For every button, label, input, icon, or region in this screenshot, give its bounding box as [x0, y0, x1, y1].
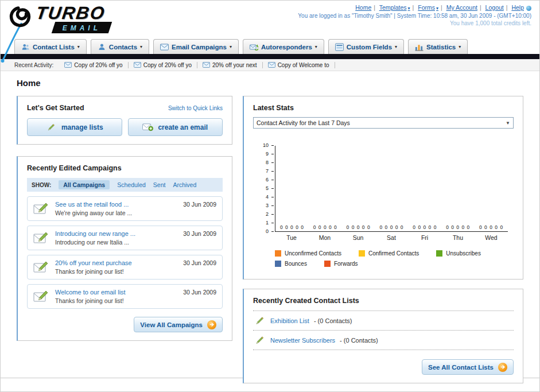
y-tick-label: 2	[266, 211, 269, 217]
filter-archived[interactable]: Archived	[173, 181, 196, 188]
chevron-down-icon: ▼	[506, 121, 510, 126]
see-all-contact-lists-button[interactable]: See All Contact Lists	[422, 359, 514, 375]
top-link-templates[interactable]: Templates▾	[379, 4, 410, 11]
x-tick-label: Sun	[341, 234, 375, 241]
y-tick-label: 10	[263, 142, 269, 148]
campaign-title-link[interactable]: See us at the retail food ...	[55, 201, 132, 208]
campaign-row[interactable]: Welcome to our email list Thanks for joi…	[27, 284, 223, 309]
logo: TURBO EMAIL	[7, 4, 110, 36]
x-tick-label: Sat	[375, 234, 408, 241]
campaign-title-link[interactable]: 20% off your next purchase	[55, 259, 132, 266]
y-tick-mark	[271, 188, 274, 189]
y-tick-label: 4	[266, 194, 269, 200]
recent-activity-item[interactable]: Copy of 20% off yo	[59, 62, 128, 68]
chart-value-labels: 0 0 0 0 0	[309, 224, 342, 230]
logo-subtitle-bar: EMAIL	[52, 22, 112, 33]
latest-stats-title: Latest Stats	[253, 104, 294, 112]
legend-item: Unconfirmed Contacts	[275, 250, 341, 257]
y-tick-mark	[271, 205, 274, 206]
manage-lists-button[interactable]: manage lists	[27, 118, 122, 136]
top-link-my-account[interactable]: My Account	[446, 4, 477, 11]
contact-activity-chart: 012345678910 0 0 0 0 00 0 0 0 00 0 0 0 0…	[275, 146, 508, 241]
top-link-home[interactable]: Home	[355, 4, 371, 11]
campaign-row[interactable]: 20% off your next purchase Thanks for jo…	[27, 255, 223, 280]
campaign-date: 30 Jun 2009	[183, 230, 216, 237]
y-tick-label: 7	[266, 168, 269, 174]
legend-swatch	[275, 261, 281, 267]
y-tick-mark	[271, 145, 274, 146]
filter-sent[interactable]: Sent	[153, 181, 166, 188]
chevron-down-icon: ▾	[315, 44, 317, 49]
tab-autoresponders[interactable]: Autoresponders ▾	[243, 39, 324, 54]
pencil-icon	[46, 123, 57, 131]
filter-scheduled[interactable]: Scheduled	[117, 181, 146, 188]
y-tick-label: 9	[266, 151, 269, 157]
y-tick-mark	[271, 162, 274, 163]
campaign-subtitle: Introducing our new Italia ...	[55, 239, 135, 246]
tab-contact-lists[interactable]: Contact Lists ▾	[14, 39, 87, 54]
campaign-subtitle: Thanks for joining our list!	[55, 297, 126, 304]
separator: |	[441, 4, 442, 11]
recent-activity-item[interactable]: Copy of Welcome to	[263, 62, 335, 68]
arrow-right-icon	[207, 320, 216, 329]
top-link-logout[interactable]: Logout	[485, 4, 504, 11]
x-tick-label: Thu	[441, 234, 475, 241]
legend-row-1: Unconfirmed ContactsConfirmed ContactsUn…	[275, 250, 514, 257]
get-started-title: Let's Get Started	[27, 104, 84, 112]
campaign-subtitle: Thanks for joining our list!	[55, 268, 132, 275]
statistics-icon	[415, 43, 424, 51]
contact-lists-title: Recently Created Contact Lists	[253, 297, 359, 305]
legend-item: Bounces	[275, 261, 307, 267]
y-tick-label: 0	[266, 228, 269, 234]
envelope-pencil-icon	[33, 289, 49, 302]
latest-stats-panel: Latest Stats Contact Activity for the La…	[243, 96, 523, 280]
y-tick-label: 8	[266, 160, 269, 165]
chart-value-labels: 0 0 0 0 0	[441, 224, 475, 230]
top-link-help[interactable]: Help	[511, 4, 524, 11]
legend-swatch	[359, 250, 365, 257]
help-status-icon	[526, 6, 531, 11]
recent-activity-item[interactable]: 20% off your next	[197, 62, 263, 68]
logo-title: TURBO	[35, 4, 112, 22]
tab-contacts[interactable]: Contacts ▾	[91, 39, 149, 54]
main-nav: Contact Lists ▾ Contacts ▾ Email Campaig…	[1, 36, 539, 54]
contact-list-link[interactable]: Newsletter Subscribers	[270, 337, 335, 344]
contact-list-link[interactable]: Exhibition List	[270, 317, 309, 324]
legend-row-2: BouncesForwards	[275, 261, 514, 267]
y-tick-mark	[271, 223, 274, 223]
switch-quick-links-link[interactable]: Switch to Quick Links	[168, 105, 223, 111]
logo-spiral-icon	[5, 2, 35, 32]
view-all-campaigns-button[interactable]: View All Campaigns	[134, 317, 223, 332]
campaign-title-link[interactable]: Welcome to our email list	[55, 289, 126, 296]
recent-contact-lists-panel: Recently Created Contact Lists Exhibitio…	[243, 289, 523, 383]
x-tick-label: Wed	[475, 234, 508, 241]
stats-period-select[interactable]: Contact Activity for the Last 7 Days ▼	[253, 117, 514, 129]
top-link-forms[interactable]: Forms▾	[418, 4, 438, 11]
y-tick-mark	[271, 197, 274, 197]
main-content: Home Let's Get Started Switch to Quick L…	[1, 71, 539, 378]
legend-swatch	[436, 250, 442, 257]
y-tick-label: 1	[266, 220, 269, 226]
tab-email-campaigns[interactable]: Email Campaigns ▾	[153, 39, 239, 54]
campaign-row[interactable]: Introducing our new range ... Introducin…	[27, 226, 223, 250]
campaign-filter-bar: SHOW: All Campaigns Scheduled Sent Archi…	[27, 178, 223, 192]
create-email-button[interactable]: create an email	[128, 118, 223, 136]
recent-activity-item[interactable]: Copy of 20% off yo	[129, 62, 197, 68]
campaign-row[interactable]: See us at the retail food ... We're givi…	[27, 196, 223, 221]
legend-swatch	[324, 261, 331, 267]
envelope-pencil-icon	[33, 231, 49, 243]
campaign-title-link[interactable]: Introducing our new range ...	[55, 230, 135, 237]
contact-list-row[interactable]: Exhibition List - (0 Contacts)	[253, 311, 514, 330]
envelope-icon	[64, 62, 72, 68]
y-tick-mark	[271, 231, 274, 232]
contact-list-count: - (0 Contacts)	[340, 337, 378, 344]
filter-all-campaigns[interactable]: All Campaigns	[59, 180, 110, 189]
envelope-icon	[268, 62, 275, 68]
contact-list-row[interactable]: Newsletter Subscribers - (0 Contacts)	[253, 330, 514, 350]
separator: |	[480, 4, 481, 11]
legend-item: Confirmed Contacts	[359, 250, 419, 257]
tab-statistics[interactable]: Statistics ▾	[408, 39, 468, 54]
chevron-down-icon: ▾	[436, 6, 438, 11]
chevron-down-icon: ▾	[459, 44, 461, 49]
tab-custom-fields[interactable]: Custom Fields ▾	[328, 39, 404, 54]
